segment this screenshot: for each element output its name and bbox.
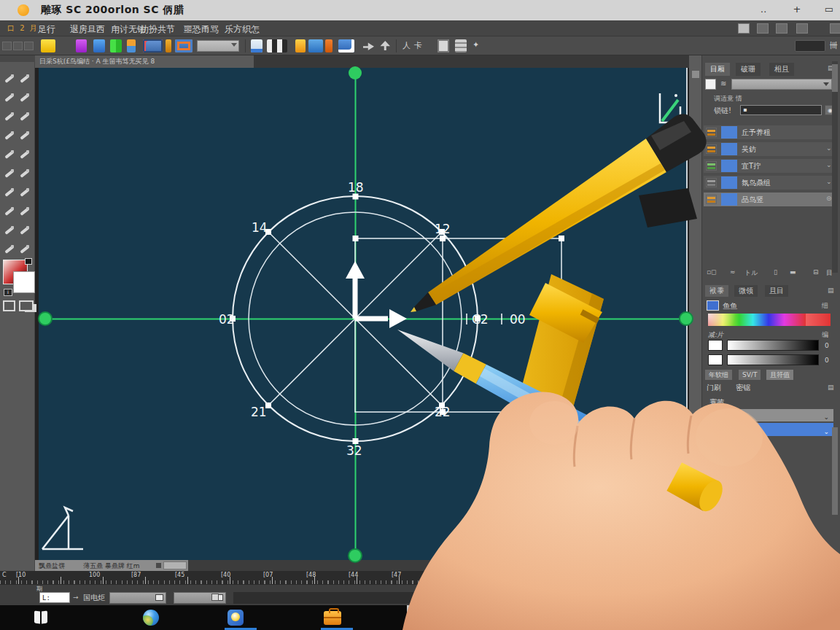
pen-tool-icon[interactable] (4, 130, 15, 141)
undo-arrow-icon[interactable] (363, 41, 374, 50)
status-dropdown[interactable] (163, 561, 187, 569)
lasso-tool-icon[interactable]: 卡 (414, 40, 422, 51)
panel-toggle-icon-2[interactable] (757, 23, 769, 34)
seg-tab-3[interactable]: 且符值 (766, 370, 793, 380)
ruler-tool-icon[interactable] (4, 244, 15, 255)
style-dropdown[interactable] (197, 40, 239, 52)
blur-tool-icon[interactable] (19, 168, 31, 179)
new-file-icon[interactable] (41, 39, 55, 52)
panel-options-icon[interactable]: 目 (826, 268, 833, 278)
view-option-icon-3[interactable] (811, 572, 821, 581)
seg-tab-1[interactable]: 年软细 (705, 370, 732, 380)
section-header-tab-1[interactable]: 门刷 (707, 383, 721, 393)
blend-mode-dropdown[interactable] (731, 79, 832, 90)
color-panel-menu-icon[interactable]: ▤ (828, 287, 834, 294)
layer-fx-icon[interactable]: ≈ (730, 268, 736, 276)
pan-icon[interactable] (308, 39, 323, 52)
menu-item-2[interactable]: 退房旦西 (70, 23, 105, 36)
drawing-canvas[interactable] (39, 68, 688, 560)
view-option-icon-4[interactable] (828, 572, 839, 581)
property-row-collapsed[interactable]: 式V目 ⌄ (704, 409, 833, 421)
save-file-icon[interactable] (93, 39, 105, 52)
view-option-icon-1[interactable] (774, 572, 784, 581)
zoom-tool-icon[interactable] (19, 225, 31, 236)
chevron-down-icon[interactable]: ⌄ (826, 178, 832, 185)
panel-toggle-icon-3[interactable] (776, 23, 788, 34)
media-app-icon[interactable] (228, 610, 244, 626)
layer-row-4[interactable]: 氛鸟鼎组 ⌄ (704, 176, 833, 190)
rotate-icon[interactable] (325, 39, 332, 52)
tray-square-icon[interactable] (732, 612, 741, 621)
panel-toggle-icon-1[interactable] (738, 23, 750, 34)
tab-channels[interactable]: 破珊 (736, 63, 761, 76)
chevron-down-icon[interactable]: ⌄ (826, 161, 832, 168)
eyedropper-tool-icon[interactable] (4, 225, 15, 236)
scrollbar-thumb[interactable] (832, 64, 838, 92)
command-input[interactable] (39, 592, 70, 603)
gutter-handle[interactable] (692, 71, 699, 78)
minimize-button[interactable]: ‥ (755, 3, 771, 16)
select-tool-icon[interactable]: 人 (402, 40, 411, 51)
color-spectrum-end[interactable] (806, 314, 831, 326)
measure-icon[interactable] (295, 39, 306, 52)
redo-arrow-icon[interactable] (379, 41, 390, 50)
active-color-swatch[interactable] (707, 300, 719, 311)
tab-layers[interactable]: 目厢 (705, 63, 730, 76)
magic-wand-tool-icon[interactable] (19, 92, 31, 104)
blend-checkbox[interactable] (705, 79, 716, 90)
pattern-icon[interactable] (267, 39, 287, 52)
print-icon[interactable] (127, 39, 136, 52)
start-book-icon[interactable] (34, 611, 47, 623)
layer-mask-icon[interactable]: トル (744, 268, 758, 278)
open-file-icon[interactable] (76, 39, 87, 52)
panel-toggle-icon-5[interactable] (830, 23, 840, 34)
tray-color-indicator[interactable] (770, 612, 792, 618)
text-tool-icon[interactable] (4, 206, 15, 217)
gradient-swatch[interactable] (708, 354, 723, 365)
panel-scrollbar[interactable] (832, 61, 838, 273)
marquee-tool-icon[interactable] (4, 92, 15, 104)
tab-paths[interactable]: 相且 (769, 63, 794, 76)
background-color-swatch[interactable] (13, 271, 35, 293)
layers-stack-icon[interactable] (455, 39, 467, 52)
panel-toggle-icon-4[interactable] (796, 23, 808, 34)
seg-tab-2[interactable]: SV/T (739, 370, 761, 380)
default-colors-icon[interactable]: i (4, 289, 12, 296)
layer-row-5-selected[interactable]: 品鸟竖 ⊜ (704, 192, 833, 206)
tab-color[interactable]: 袱黍 (705, 285, 728, 297)
new-layer-icon[interactable]: ▬ (790, 268, 796, 276)
dodge-tool-icon[interactable] (4, 187, 15, 198)
grid-settings-icon[interactable] (143, 39, 163, 52)
crop-tool-icon[interactable] (4, 111, 15, 122)
stamp-tool-icon[interactable] (19, 149, 31, 160)
new-group-icon[interactable]: ▯ (774, 268, 777, 276)
tray-display-icon[interactable] (822, 611, 834, 620)
polygon-select-tool-icon[interactable] (19, 73, 31, 85)
shape-tool-icon[interactable] (19, 206, 31, 217)
layer-corner-icon[interactable]: ⊜ (826, 195, 832, 202)
layer-row-1[interactable]: 丘予养租 (704, 125, 833, 139)
layer-row-2[interactable]: 吴鈁 ⌄ (704, 142, 833, 156)
gradient-slider[interactable] (727, 354, 819, 365)
delete-layer-icon[interactable]: ⊟ (813, 268, 819, 276)
tray-mini-icons[interactable] (757, 621, 798, 628)
tab-swatches[interactable]: 微领 (734, 285, 758, 297)
gradient-swatch[interactable] (708, 340, 723, 351)
link-layers-icon[interactable]: ▫◻ (707, 268, 717, 276)
layer-row-3[interactable]: 宜T拧 ⌄ (704, 159, 833, 173)
command-segment-1[interactable] (109, 592, 166, 604)
menu-item-5[interactable]: 噩恐甬骂 (184, 23, 219, 36)
menu-item-6[interactable]: 乐方织怎 (225, 23, 260, 36)
export-icon[interactable] (110, 39, 122, 52)
document-tab[interactable]: 日采S杭(£鸟编结 · A 生留韦笃无买见 8 (35, 55, 254, 68)
menu-item-1[interactable]: 足行 (38, 23, 55, 36)
lock-input[interactable]: ▪ (740, 105, 822, 115)
color-spectrum-bar[interactable] (708, 314, 806, 326)
toolbox-app-icon[interactable] (324, 611, 341, 625)
close-button[interactable]: ▭ (821, 3, 837, 16)
command-cube-icon[interactable] (211, 594, 219, 601)
toolbar-dim-icon-1[interactable] (2, 42, 12, 50)
quick-mask-icon[interactable] (3, 300, 15, 311)
gradient-slider[interactable] (727, 340, 819, 351)
view-option-icon-2[interactable] (792, 572, 802, 581)
